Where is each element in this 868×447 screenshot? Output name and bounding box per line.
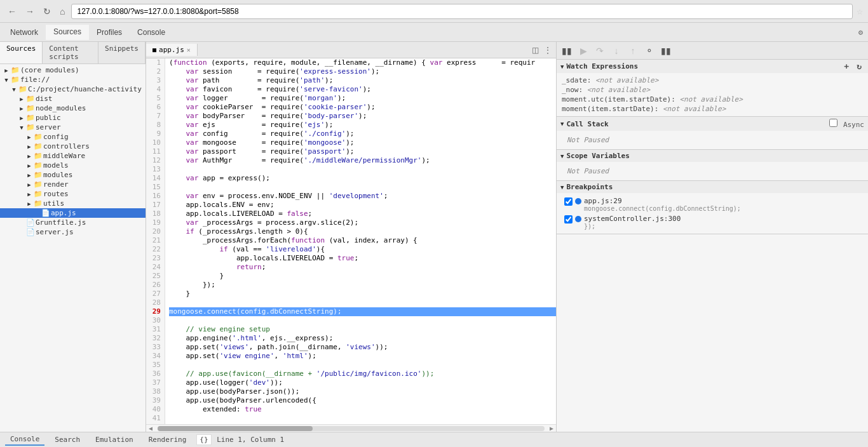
devtools-settings-icon[interactable]: ⚙ [858,28,863,37]
tree-item-middleware[interactable]: ▶ 📁 middleWare [0,151,146,161]
status-bar: Console Search Emulation Rendering {} Li… [0,432,868,447]
async-label[interactable]: Async [829,119,864,129]
file-tab-icon: ■ [153,46,156,53]
tab-network[interactable]: Network [3,25,46,39]
bookmark-icon[interactable]: ☆ [857,5,863,17]
code-area[interactable]: 1234567891011121314151617181920212223242… [146,58,556,424]
tree-label: controllers [43,142,90,150]
scope-variables-title: Scope Variables [566,152,629,160]
code-line-23: app.locals.LIVERELOAD = true; [169,254,556,263]
tree-item-routes[interactable]: ▶ 📁 routes [0,189,146,199]
status-tab-emulation[interactable]: Emulation [90,434,139,445]
code-line-41 [169,414,556,423]
scope-variables-header[interactable]: ▼ Scope Variables [557,150,868,162]
url-bar[interactable] [71,4,853,19]
watch-expressions-header[interactable]: ▼ Watch Expressions + ↻ [557,60,868,73]
tab-profiles[interactable]: Profiles [89,25,130,39]
home-button[interactable]: ⌂ [57,5,67,18]
forward-button[interactable]: → [23,5,37,18]
right-sections: ▼ Watch Expressions + ↻ _sdate: <not ava… [557,60,868,432]
watch-item-moment[interactable]: moment(item.startDate): <not available> [562,104,863,114]
folder-icon: 📁 [33,161,43,170]
tree-item-server[interactable]: ▼ 📁 server [0,123,146,132]
tree-item-server-js[interactable]: 📄 server.js [0,227,146,237]
tree-item-file[interactable]: ▼ 📁 file:// [0,75,146,84]
folder-icon: 📁 [33,190,43,198]
file-icon: 📄 [41,209,51,217]
refresh-watch-button[interactable]: ↻ [854,62,864,71]
editor-toolbar-more-btn[interactable]: ⋮ [542,45,553,55]
watch-expressions-content: _sdate: <not available> _now: <not avail… [557,73,868,116]
breakpoint-checkbox-0[interactable] [564,197,573,206]
tree-item-render[interactable]: ▶ 📁 render [0,180,146,189]
tree-item-node-modules[interactable]: ▶ 📁 node_modules [0,103,146,113]
tree-item-core-modules[interactable]: ▶ 📁 (core modules) [0,65,146,75]
file-icon: 📄 [25,228,36,236]
folder-icon: 📁 [33,180,43,189]
file-tree-tab-content-scripts[interactable]: Content scripts [43,42,98,63]
watch-item-sdate[interactable]: _sdate: <not available> [562,76,863,85]
tab-sources[interactable]: Sources [46,25,89,40]
arrow-icon: ▶ [25,134,33,140]
code-content[interactable]: (function (exports, require, module, __f… [165,58,556,424]
reload-button[interactable]: ↻ [41,5,53,18]
h-scrollbar-thumb[interactable] [158,426,313,431]
watch-item-moment-utc[interactable]: moment.utc(item.startDate): <not availab… [562,95,863,104]
folder-icon: 📁 [33,152,43,160]
status-tab-rendering[interactable]: Rendering [144,434,192,445]
add-watch-button[interactable]: + [841,62,851,71]
editor-tab-app-js[interactable]: ■ app.js ✕ [146,44,198,56]
status-tab-search[interactable]: Search [50,434,85,445]
tree-item-models[interactable]: ▶ 📁 models [0,161,146,170]
scroll-left-btn[interactable]: ◀ [146,425,155,432]
status-tab-console[interactable]: Console [5,434,44,446]
tree-item-controllers[interactable]: ▶ 📁 controllers [0,142,146,151]
call-stack-header[interactable]: ▼ Call Stack Async [557,117,868,131]
stop-button[interactable]: ▮▮ [658,43,674,58]
tab-console[interactable]: Console [130,25,173,39]
breakpoint-checkbox-1[interactable] [564,215,573,223]
scroll-right-btn[interactable]: ▶ [547,425,556,432]
breakpoints-header[interactable]: ▼ Breakpoints [557,181,868,193]
watch-item-now[interactable]: _now: <not available> [562,85,863,95]
file-icon: 📄 [25,218,36,227]
tree-item-config[interactable]: ▶ 📁 config [0,132,146,142]
deactivate-breakpoints-button[interactable]: ⚬ [642,43,657,58]
tree-label: node_modules [36,104,86,112]
file-tree-tab-snippets[interactable]: Snippets [98,42,146,63]
tree-label: modules [43,171,72,179]
back-button[interactable]: ← [5,5,19,18]
tree-item-dist[interactable]: ▶ 📁 dist [0,94,146,103]
pause-button[interactable]: ▮▮ [559,43,574,58]
tree-item-modules[interactable]: ▶ 📁 modules [0,170,146,180]
code-line-6: var cookieParser = require('cookie-parse… [169,103,556,112]
code-line-1: (function (exports, require, module, __f… [169,58,556,67]
devtools-body: Sources Content scripts Snippets ▶ 📁 (co… [0,42,868,432]
watch-expressions-title: Watch Expressions [566,62,638,70]
folder-icon: 📁 [33,171,43,179]
code-line-26: }); [169,281,556,290]
step-into-button[interactable]: ↓ [609,43,624,58]
close-tab-icon[interactable]: ✕ [187,46,191,53]
horizontal-scrollbar[interactable]: ◀ ▶ [146,424,556,432]
file-tree-tab-sources[interactable]: Sources [0,42,43,63]
code-line-33: app.set('views', path.join(__dirname, 'v… [169,343,556,352]
code-line-15 [169,183,556,192]
tree-item-app-js[interactable]: 📄 app.js [0,208,146,218]
step-over-button[interactable]: ↷ [592,43,607,58]
code-line-19: var _processArgs = process.argv.slice(2)… [169,218,556,227]
breakpoint-file-0: app.js:29 [584,197,741,205]
tree-label: middleWare [43,152,85,160]
tree-item-gruntfile[interactable]: 📄 Gruntfile.js [0,218,146,227]
arrow-icon: ▶ [3,67,10,74]
tree-item-public[interactable]: ▶ 📁 public [0,113,146,123]
tree-item-utils[interactable]: ▶ 📁 utils [0,199,146,208]
async-checkbox[interactable] [829,119,837,127]
h-scrollbar-track[interactable] [158,426,545,431]
tree-item-project[interactable]: ▼ 📁 C:/project/huanche-activity [0,84,146,94]
resume-button[interactable]: ▶ [576,43,591,58]
watch-expressions-section: ▼ Watch Expressions + ↻ _sdate: <not ava… [557,60,868,117]
section-arrow-icon: ▼ [560,184,564,190]
step-out-button[interactable]: ↑ [625,43,641,58]
editor-toolbar-split-btn[interactable]: ◫ [530,45,541,55]
